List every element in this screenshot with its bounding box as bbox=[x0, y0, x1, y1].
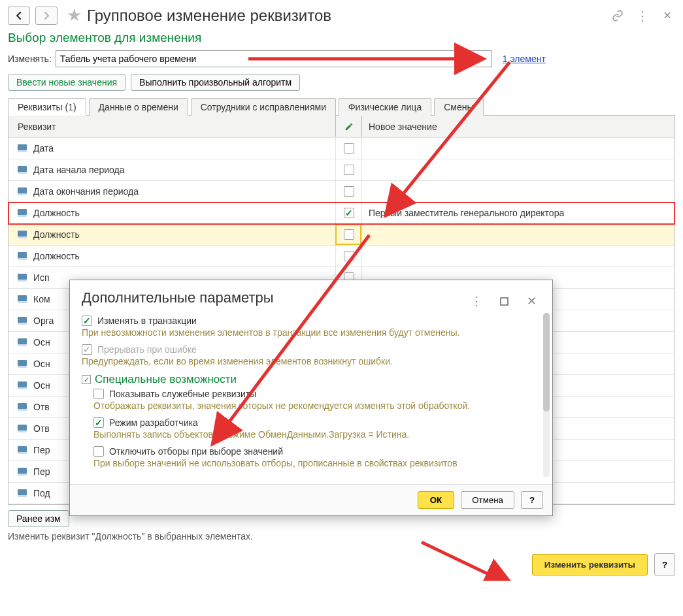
hint-filters: При выборе значений не использовать отбо… bbox=[93, 458, 539, 468]
modal-close-icon[interactable]: ✕ bbox=[524, 293, 539, 309]
change-label: Изменять: bbox=[8, 54, 52, 64]
chk-dev-mode[interactable] bbox=[93, 417, 104, 428]
grid-row[interactable]: Дата bbox=[8, 138, 675, 159]
chk-in-transaction[interactable] bbox=[82, 316, 92, 326]
row-icon bbox=[18, 189, 27, 193]
row-icon bbox=[18, 233, 27, 236]
modal-ok-button[interactable]: ОК bbox=[418, 491, 455, 509]
new-value[interactable] bbox=[361, 159, 663, 180]
modal-scrollbar[interactable] bbox=[543, 313, 550, 478]
requisite-name: Исп bbox=[33, 272, 50, 283]
elements-count-link[interactable]: 1 элемент bbox=[503, 54, 546, 64]
tab-requisites[interactable]: Реквизиты (1) bbox=[8, 98, 86, 116]
row-check[interactable] bbox=[344, 229, 354, 240]
row-icon bbox=[18, 427, 27, 430]
row-icon bbox=[18, 405, 27, 409]
requisite-name: Пер bbox=[33, 445, 50, 455]
tab-time-data[interactable]: Данные о времени bbox=[89, 98, 188, 116]
close-icon[interactable]: × bbox=[659, 8, 675, 24]
row-icon bbox=[18, 448, 27, 452]
row-check[interactable] bbox=[344, 143, 354, 154]
star-icon[interactable]: ★ bbox=[67, 5, 82, 25]
hint-transaction: При невозможности изменения элементов в … bbox=[82, 327, 539, 338]
requisite-name: Дата начала периода bbox=[33, 165, 124, 175]
requisite-name: Орга bbox=[33, 316, 54, 326]
change-requisites-button[interactable]: Изменить реквизиты bbox=[532, 554, 648, 575]
tab-employees[interactable]: Сотрудники с исправлениями bbox=[191, 98, 336, 116]
requisite-name: Осн bbox=[33, 359, 50, 369]
tab-shifts[interactable]: Смены bbox=[434, 98, 483, 116]
col-header-requisite[interactable]: Реквизит bbox=[8, 122, 335, 132]
run-algorithm-button[interactable]: Выполнить произвольный алгоритм bbox=[131, 74, 300, 91]
tab-persons[interactable]: Физические лица bbox=[339, 98, 431, 116]
lbl-disable-filters: Отключить отборы при выборе значений bbox=[109, 446, 283, 457]
lbl-service-req: Показывать служебные реквизиты bbox=[109, 389, 256, 399]
chk-service-req[interactable] bbox=[93, 389, 104, 399]
enter-values-button[interactable]: Ввести новые значения bbox=[8, 74, 125, 91]
col-header-value[interactable]: Новое значение bbox=[361, 116, 663, 137]
requisite-name: Должность bbox=[33, 229, 80, 240]
new-value[interactable] bbox=[361, 224, 663, 245]
lbl-stop-on-error: Прерывать при ошибке bbox=[97, 344, 197, 355]
row-icon bbox=[18, 297, 27, 301]
new-value[interactable] bbox=[361, 138, 663, 159]
grid-row[interactable]: Должность bbox=[8, 224, 675, 246]
modal-cancel-button[interactable]: Отмена bbox=[461, 491, 514, 509]
col-header-edit-icon[interactable] bbox=[335, 116, 361, 137]
new-value[interactable] bbox=[361, 181, 663, 202]
row-icon bbox=[18, 168, 27, 172]
chk-stop-on-error bbox=[82, 344, 92, 355]
subtitle: Выбор элементов для изменения bbox=[8, 31, 675, 45]
requisite-name: Под bbox=[33, 488, 50, 498]
modal-help-button[interactable]: ? bbox=[521, 491, 543, 509]
chk-disable-filters[interactable] bbox=[93, 446, 104, 457]
object-type-input[interactable] bbox=[56, 50, 492, 67]
status-text: Изменить реквизит "Должность" в выбранны… bbox=[8, 531, 675, 542]
new-value[interactable]: Первый заместитель генерального директор… bbox=[361, 203, 663, 223]
row-icon bbox=[18, 254, 27, 258]
grid-row[interactable]: Должность bbox=[8, 246, 675, 267]
requisite-name: Осн bbox=[33, 380, 50, 391]
row-icon bbox=[18, 470, 27, 474]
requisite-name: Отв bbox=[33, 402, 50, 412]
row-icon bbox=[18, 340, 27, 344]
modal-maximize-icon[interactable] bbox=[496, 293, 512, 309]
requisite-name: Ком bbox=[33, 294, 50, 304]
row-icon bbox=[18, 211, 27, 215]
help-button[interactable]: ? bbox=[654, 553, 675, 575]
row-icon bbox=[18, 276, 27, 280]
lbl-dev-mode: Режим разработчика bbox=[109, 417, 198, 428]
row-check[interactable] bbox=[344, 165, 354, 175]
row-icon bbox=[18, 319, 27, 323]
tab-bar: Реквизиты (1) Данные о времени Сотрудник… bbox=[8, 97, 675, 116]
requisite-name: Должность bbox=[33, 251, 80, 261]
hint-stop: Предупреждать, если во время изменения э… bbox=[82, 356, 539, 366]
requisite-name: Осн bbox=[33, 337, 50, 348]
link-icon[interactable] bbox=[610, 8, 625, 24]
forward-button[interactable] bbox=[35, 7, 58, 25]
row-check[interactable] bbox=[344, 186, 354, 197]
earlier-changed-button[interactable]: Ранее изм bbox=[8, 510, 69, 527]
grid-row[interactable]: Дата окончания периода bbox=[8, 181, 675, 203]
row-check[interactable] bbox=[344, 251, 354, 261]
svg-rect-0 bbox=[501, 298, 508, 305]
requisite-name: Дата bbox=[33, 143, 54, 154]
grid-row[interactable]: Дата начала периода bbox=[8, 159, 675, 181]
row-check[interactable] bbox=[344, 208, 354, 218]
kebab-icon[interactable]: ⋮ bbox=[635, 8, 650, 24]
back-button[interactable] bbox=[8, 7, 30, 25]
hint-dev: Выполнять запись объектов в режиме Обмен… bbox=[93, 429, 539, 440]
row-icon bbox=[18, 146, 27, 150]
new-value[interactable] bbox=[361, 246, 663, 267]
lbl-in-transaction: Изменять в транзакции bbox=[97, 316, 197, 326]
row-icon bbox=[18, 383, 27, 387]
section-special[interactable]: ✓Специальные возможности bbox=[82, 373, 539, 386]
modal-kebab-icon[interactable]: ⋮ bbox=[469, 293, 484, 309]
page-title: Групповое изменение реквизитов bbox=[87, 7, 331, 25]
grid-row[interactable]: ДолжностьПервый заместитель генерального… bbox=[8, 203, 675, 224]
row-icon bbox=[18, 491, 27, 495]
requisite-name: Пер bbox=[33, 466, 50, 477]
requisite-name: Отв bbox=[33, 423, 50, 434]
row-icon bbox=[18, 362, 27, 366]
requisite-name: Дата окончания периода bbox=[33, 186, 139, 197]
